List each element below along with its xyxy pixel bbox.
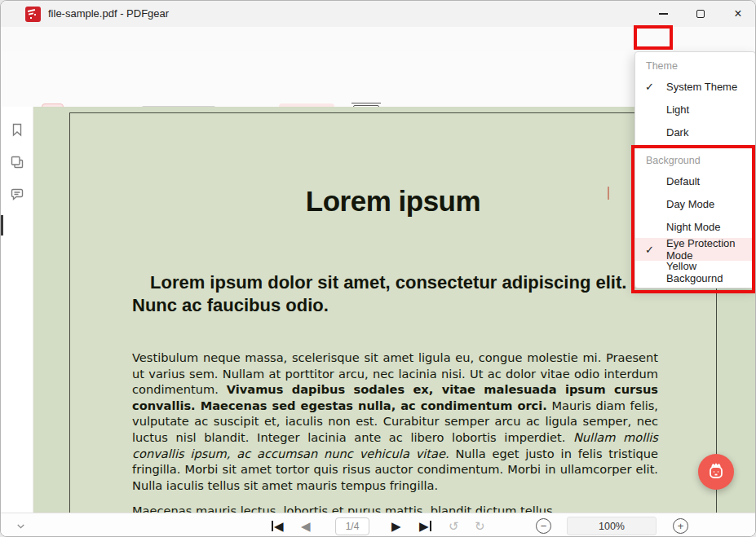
bottom-bar: ◀ ◀ 1/4 ▶ ▶ ↺ ↻ − 100% +	[1, 513, 755, 537]
rotate-page-left-button[interactable]: ↺	[449, 513, 459, 537]
close-icon: ×	[734, 7, 741, 21]
background-section-header: Background	[635, 151, 755, 169]
thumbnails-panel-button[interactable]	[10, 155, 24, 169]
app-window: file-sample.pdf - PDFgear × Home Comment…	[0, 0, 756, 537]
ai-assistant-button[interactable]	[698, 454, 734, 490]
next-page-button[interactable]: ▶	[391, 513, 401, 537]
pdfgear-app-icon	[25, 7, 41, 22]
maximize-button[interactable]	[682, 1, 719, 27]
pdf-page[interactable]: Lorem ipsum Lorem ipsum dolor sit amet, …	[69, 112, 717, 513]
chevron-down-icon	[15, 520, 27, 532]
page-indicator[interactable]: 1/4	[335, 517, 369, 535]
collapse-panel-button[interactable]	[15, 513, 27, 537]
menu-item-eye-protection-mode[interactable]: ✓ Eye Protection Mode	[635, 238, 755, 261]
bookmark-icon	[10, 122, 24, 137]
theme-section-header: Theme	[635, 56, 755, 75]
window-title: file-sample.pdf - PDFgear	[48, 7, 169, 20]
bookmarks-panel-button[interactable]	[10, 122, 24, 137]
menu-item-dark[interactable]: Dark	[635, 121, 755, 143]
annotation-caret-mark	[608, 187, 609, 200]
left-sidebar	[1, 107, 33, 513]
document-subheading: Lorem ipsum dolor sit amet, consectetur …	[132, 271, 641, 317]
first-page-button[interactable]: ◀	[272, 513, 284, 537]
minimize-button[interactable]	[644, 1, 682, 27]
last-page-button[interactable]: ▶	[419, 513, 431, 537]
menu-item-system-theme[interactable]: ✓ System Theme	[635, 75, 755, 98]
zoom-in-button-bottom[interactable]: +	[673, 518, 688, 534]
previous-page-button[interactable]: ◀	[301, 513, 311, 537]
close-button[interactable]: ×	[719, 1, 756, 27]
menu-item-default[interactable]: Default	[635, 169, 755, 192]
menu-item-day-mode[interactable]: Day Mode	[635, 192, 755, 215]
rotate-page-right-button[interactable]: ↻	[475, 513, 485, 537]
robot-icon	[705, 460, 727, 483]
document-paragraph-clipped: Maecenas mauris lectus, lobortis et puru…	[132, 503, 658, 513]
menu-item-night-mode[interactable]: Night Mode	[635, 215, 755, 238]
comment-icon	[10, 187, 24, 202]
edge-artifact	[1, 215, 3, 235]
title-bar: file-sample.pdf - PDFgear ×	[1, 1, 755, 27]
menu-item-light[interactable]: Light	[635, 98, 755, 121]
theme-dropdown-menu: Theme ✓ System Theme Light Dark Backgrou…	[634, 51, 756, 288]
menu-item-yellow-background[interactable]: Yellow Backgournd	[635, 261, 755, 284]
zoom-out-button-bottom[interactable]: −	[536, 518, 551, 534]
zoom-value-bottom[interactable]: 100%	[567, 517, 657, 535]
document-heading: Lorem ipsum	[70, 185, 716, 218]
comments-panel-button[interactable]	[10, 187, 24, 202]
check-icon: ✓	[645, 244, 654, 256]
menu-tab-row: Home Comment Edit Form Page Tools Help	[1, 27, 755, 51]
check-icon: ✓	[645, 81, 654, 93]
pages-icon	[10, 155, 24, 169]
document-paragraph: Vestibulum neque massa, scelerisque sit …	[132, 350, 658, 493]
